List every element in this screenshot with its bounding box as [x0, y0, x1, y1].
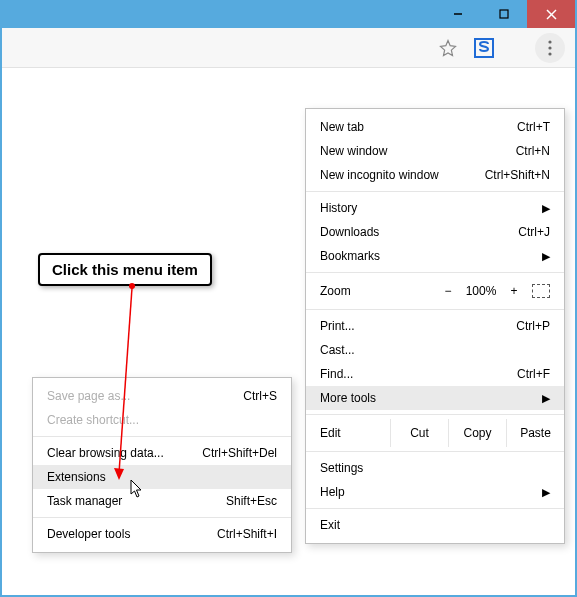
menu-label: Exit	[320, 518, 550, 532]
menu-label: Create shortcut...	[47, 413, 277, 427]
menu-exit[interactable]: Exit	[306, 513, 564, 537]
menu-label: History	[320, 201, 542, 215]
menu-history[interactable]: History ▶	[306, 196, 564, 220]
zoom-label: Zoom	[320, 284, 436, 298]
menu-separator	[306, 272, 564, 273]
submenu-clear-browsing-data[interactable]: Clear browsing data... Ctrl+Shift+Del	[33, 441, 291, 465]
copy-button[interactable]: Copy	[448, 419, 506, 447]
browser-toolbar	[2, 28, 575, 68]
menu-label: Downloads	[320, 225, 518, 239]
chrome-menu-button[interactable]	[535, 33, 565, 63]
paste-button[interactable]: Paste	[506, 419, 564, 447]
menu-settings[interactable]: Settings	[306, 456, 564, 480]
menu-shortcut: Ctrl+Shift+N	[485, 168, 550, 182]
menu-help[interactable]: Help ▶	[306, 480, 564, 504]
bookmark-star-icon[interactable]	[437, 37, 459, 59]
menu-shortcut: Ctrl+F	[517, 367, 550, 381]
menu-separator	[33, 436, 291, 437]
svg-point-5	[548, 40, 551, 43]
menu-bookmarks[interactable]: Bookmarks ▶	[306, 244, 564, 268]
menu-label: Extensions	[47, 470, 277, 484]
submenu-arrow-icon: ▶	[542, 202, 550, 215]
menu-separator	[306, 451, 564, 452]
window-minimize-button[interactable]	[435, 0, 481, 28]
menu-shortcut: Ctrl+T	[517, 120, 550, 134]
menu-separator	[33, 517, 291, 518]
submenu-arrow-icon: ▶	[542, 486, 550, 499]
menu-label: New tab	[320, 120, 517, 134]
menu-label: Cast...	[320, 343, 550, 357]
window-maximize-button[interactable]	[481, 0, 527, 28]
callout-text: Click this menu item	[52, 261, 198, 278]
edit-label: Edit	[306, 419, 390, 447]
menu-shortcut: Shift+Esc	[226, 494, 277, 508]
menu-label: Clear browsing data...	[47, 446, 202, 460]
zoom-out-button[interactable]: −	[436, 284, 460, 298]
menu-downloads[interactable]: Downloads Ctrl+J	[306, 220, 564, 244]
menu-label: Print...	[320, 319, 516, 333]
menu-separator	[306, 191, 564, 192]
menu-shortcut: Ctrl+J	[518, 225, 550, 239]
svg-rect-1	[500, 10, 508, 18]
menu-separator	[306, 508, 564, 509]
submenu-developer-tools[interactable]: Developer tools Ctrl+Shift+I	[33, 522, 291, 546]
menu-label: New incognito window	[320, 168, 485, 182]
submenu-save-page[interactable]: Save page as... Ctrl+S	[33, 384, 291, 408]
menu-new-window[interactable]: New window Ctrl+N	[306, 139, 564, 163]
menu-separator	[306, 309, 564, 310]
submenu-arrow-icon: ▶	[542, 392, 550, 405]
menu-new-incognito[interactable]: New incognito window Ctrl+Shift+N	[306, 163, 564, 187]
instruction-callout: Click this menu item	[38, 253, 212, 286]
menu-label: New window	[320, 144, 516, 158]
svg-point-7	[548, 52, 551, 55]
zoom-value: 100%	[460, 284, 502, 298]
menu-label: Save page as...	[47, 389, 243, 403]
submenu-extensions[interactable]: Extensions	[33, 465, 291, 489]
menu-find[interactable]: Find... Ctrl+F	[306, 362, 564, 386]
menu-cast[interactable]: Cast...	[306, 338, 564, 362]
menu-shortcut: Ctrl+Shift+Del	[202, 446, 277, 460]
fullscreen-icon[interactable]	[532, 284, 550, 298]
window-titlebar	[2, 0, 575, 28]
chrome-main-menu: New tab Ctrl+T New window Ctrl+N New inc…	[305, 108, 565, 544]
menu-more-tools[interactable]: More tools ▶	[306, 386, 564, 410]
window-close-button[interactable]	[527, 0, 575, 28]
menu-label: Task manager	[47, 494, 226, 508]
menu-label: More tools	[320, 391, 542, 405]
menu-shortcut: Ctrl+P	[516, 319, 550, 333]
menu-label: Developer tools	[47, 527, 217, 541]
menu-label: Settings	[320, 461, 550, 475]
menu-new-tab[interactable]: New tab Ctrl+T	[306, 115, 564, 139]
menu-print[interactable]: Print... Ctrl+P	[306, 314, 564, 338]
menu-shortcut: Ctrl+Shift+I	[217, 527, 277, 541]
menu-zoom-row: Zoom − 100% +	[306, 277, 564, 305]
zoom-in-button[interactable]: +	[502, 284, 526, 298]
more-tools-submenu: Save page as... Ctrl+S Create shortcut..…	[32, 377, 292, 553]
menu-shortcut: Ctrl+N	[516, 144, 550, 158]
menu-separator	[306, 414, 564, 415]
menu-label: Help	[320, 485, 542, 499]
submenu-arrow-icon: ▶	[542, 250, 550, 263]
cut-button[interactable]: Cut	[390, 419, 448, 447]
submenu-task-manager[interactable]: Task manager Shift+Esc	[33, 489, 291, 513]
svg-point-6	[548, 46, 551, 49]
extension-s-icon[interactable]	[473, 37, 495, 59]
submenu-create-shortcut[interactable]: Create shortcut...	[33, 408, 291, 432]
menu-edit-row: Edit Cut Copy Paste	[306, 419, 564, 447]
menu-label: Bookmarks	[320, 249, 542, 263]
menu-label: Find...	[320, 367, 517, 381]
menu-shortcut: Ctrl+S	[243, 389, 277, 403]
